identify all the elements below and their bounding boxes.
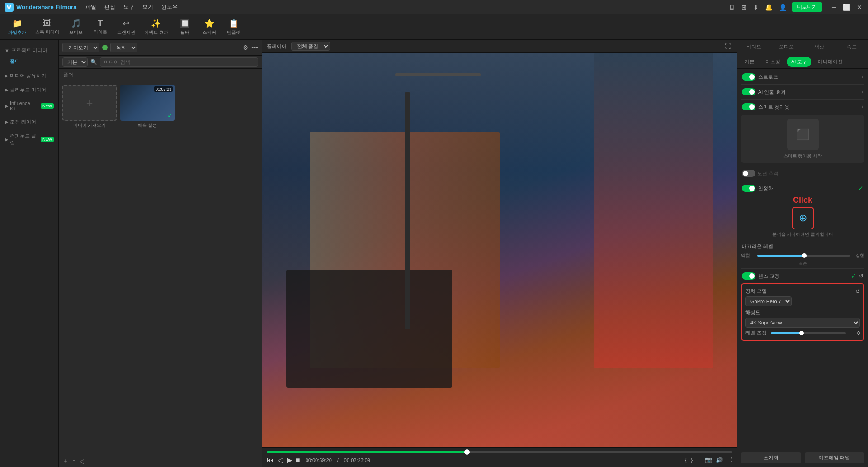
subtab-ai-tools[interactable]: AI 도구 [787,57,811,67]
skip-back-btn[interactable]: ⏮ [267,456,274,464]
panel-collapse-icon[interactable]: ◁ [79,457,84,465]
bell-icon[interactable]: 🔔 [765,4,773,11]
tool-stock-media[interactable]: 🖼 스톡 미디어 [32,17,63,37]
tab-color[interactable]: 색상 [803,40,835,55]
stabilize-check: ✓ [858,185,863,192]
level-slider[interactable] [771,332,846,334]
divider3 [741,166,864,166]
lens-toggle[interactable] [742,272,755,280]
search-input[interactable] [100,57,258,67]
adjustment-layer-title[interactable]: ▶ 조정 레이어 [5,117,54,127]
strong-label: 강함 [853,253,864,259]
progress-bar[interactable] [267,451,732,453]
record-dropdown[interactable]: 녹화 [110,43,137,52]
import-dropdown[interactable]: 가져오기 [62,43,99,52]
in-point-btn[interactable]: { [685,457,687,463]
divider5 [741,268,864,269]
minimize-icon[interactable]: ─ [832,4,836,11]
resolution-select[interactable]: 4K SuperView [745,318,860,328]
compound-clip-title[interactable]: ▶ 컴파운드 클립 NEW [5,131,54,148]
person-icon[interactable]: 👤 [779,4,787,11]
reset-btn[interactable]: 초기화 [741,452,801,463]
tool-audio[interactable]: 🎵 오디오 [65,17,87,38]
device-refresh[interactable]: ↺ [855,288,860,295]
tab-video[interactable]: 비디오 [737,40,770,55]
menu-file[interactable]: 파일 [85,3,96,11]
stabilize-row: 안정화 ✓ [741,183,864,194]
sort-select[interactable]: 기본 [62,57,88,67]
lens-correction-row: 렌즈 교정 ✓ ↺ [741,271,864,281]
tool-effects[interactable]: ✨ 이펙트 효과 [141,17,172,38]
smart-cutout-toggle[interactable] [742,103,755,110]
media-add-box[interactable]: ＋ [62,85,117,121]
tab-audio[interactable]: 오디오 [770,40,802,55]
subtab-basic[interactable]: 기본 [740,57,759,67]
tool-file-add[interactable]: 📁 파일추가 [5,17,30,38]
sidebar-item-folder[interactable]: 폴더 [5,56,54,67]
grid-icon[interactable]: ⊞ [741,4,747,11]
menu-tools[interactable]: 도구 [123,3,134,11]
menu-edit[interactable]: 편집 [104,3,115,11]
ai-person-expand[interactable]: › [862,89,863,95]
ai-person-toggle[interactable] [742,88,755,95]
stabilize-toggle[interactable] [742,185,755,192]
smooth-slider-thumb[interactable] [802,253,807,258]
chevron-right-icon: ▶ [5,73,8,79]
panel-share-icon[interactable]: ↑ [72,457,75,465]
out-point-btn[interactable]: } [691,457,693,463]
smart-cutout-img: ⬛ [787,119,819,150]
tool-titles[interactable]: T 타이틀 [89,17,112,37]
subtab-animation[interactable]: 애니메이션 [813,57,847,67]
export-button[interactable]: 내보내기 [792,2,822,12]
lens-refresh[interactable]: ↺ [859,273,863,279]
tool-templates[interactable]: 📋 템플릿 [222,17,245,38]
smooth-slider-track[interactable] [757,255,850,257]
stop-btn[interactable]: ■ [296,456,300,464]
level-value: 0 [849,330,860,336]
quality-select[interactable]: 전체 품질 [291,42,330,51]
project-media-title[interactable]: ▼ 프로젝트 미디어 [5,45,54,56]
media-add-item[interactable]: ＋ 미디어 가져오기 [62,85,117,129]
tool-filters[interactable]: 🔲 필터 [174,17,196,38]
smooth-level-section: 매끄러운 레벨 약함 강함 표준 [741,241,864,267]
tab-speed[interactable]: 속도 [835,40,868,55]
snapshot-btn[interactable]: 📷 [705,457,712,463]
maximize-icon[interactable]: ⬜ [843,4,850,11]
monitor-icon[interactable]: 🖥 [729,4,735,11]
stroke-expand[interactable]: › [862,74,863,80]
motion-toggle[interactable] [742,170,755,177]
tool-transitions[interactable]: ↩ 트랜지션 [113,17,139,38]
device-select[interactable]: GoPro Hero 7 [745,296,792,306]
status-dot [102,45,108,50]
clip-marker-btn[interactable]: ⊢ [696,457,701,463]
close-icon[interactable]: ✕ [857,4,862,11]
progress-thumb[interactable] [464,449,470,455]
keyframe-panel-btn[interactable]: 키프레임 패널 [805,452,865,463]
titlebar: W Wondershare Filmora 파일 편집 도구 보기 윈도우 🖥 … [0,0,868,14]
smart-cutout-expand[interactable]: › [862,104,863,110]
subtab-masking[interactable]: 마스킹 [761,57,785,67]
influence-kit-title[interactable]: ▶ Influence Kit NEW [5,99,54,113]
media-thumb-item[interactable]: 01:07:23 ✓ 배속 설정 [120,85,175,129]
download-icon[interactable]: ⬇ [753,4,759,11]
search-icon: 🔍 [90,59,97,65]
lens-correction-label: 렌즈 교정 [758,273,848,280]
prev-frame-btn[interactable]: ◁ [278,456,283,464]
fullscreen-icon[interactable]: ⛶ [725,43,731,50]
stroke-toggle[interactable] [742,73,755,81]
panel-add-icon[interactable]: ＋ [62,457,69,465]
menu-window[interactable]: 윈도우 [161,3,178,11]
menu-view[interactable]: 보기 [142,3,153,11]
file-add-icon: 📁 [12,19,22,29]
fullscreen-btn[interactable]: ⛶ [726,457,732,463]
more-btn[interactable]: ••• [251,44,258,51]
media-sharing-title[interactable]: ▶ 미디어 공유하기 [5,71,54,81]
level-thumb[interactable] [799,331,804,335]
weak-label: 약함 [741,253,755,259]
cloud-media-title[interactable]: ▶ 클라우드 미디어 [5,85,54,95]
play-btn[interactable]: ▶ [287,456,292,464]
tool-stickers[interactable]: ⭐ 스티커 [198,17,221,38]
analyze-button[interactable]: ⊕ [792,207,814,229]
filter-btn[interactable]: ⚙ [243,44,249,51]
volume-btn[interactable]: 🔊 [716,457,723,463]
